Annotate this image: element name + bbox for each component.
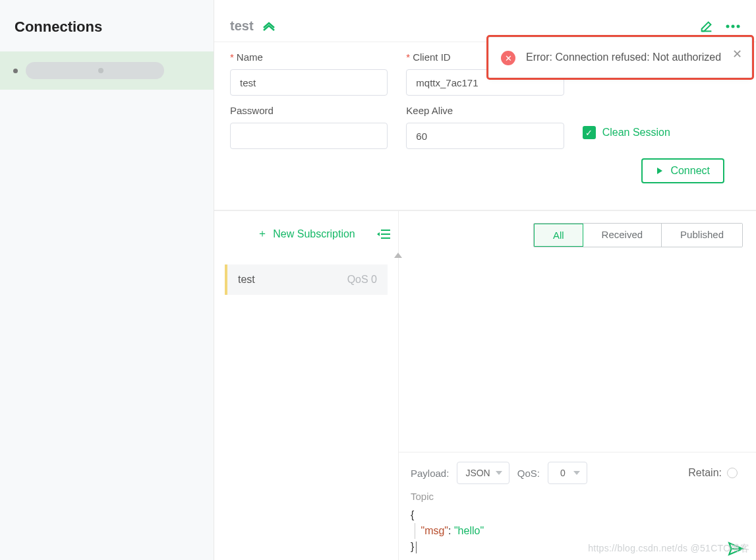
edit-icon[interactable] bbox=[699, 19, 714, 34]
status-dot-icon bbox=[13, 69, 18, 73]
compose-area: Payload: JSON QoS: 0 Retain: Topic { bbox=[399, 452, 756, 560]
message-panel: All Received Published Payload: JSON QoS… bbox=[399, 211, 756, 560]
password-label: Password bbox=[230, 105, 388, 116]
keepalive-label: Keep Alive bbox=[406, 105, 564, 116]
connection-name-redacted bbox=[26, 62, 164, 79]
svg-point-1 bbox=[732, 24, 735, 28]
subscription-qos: QoS 0 bbox=[347, 274, 377, 286]
send-icon[interactable] bbox=[727, 540, 744, 557]
plus-icon: ＋ bbox=[257, 227, 268, 241]
sidebar: Connections bbox=[0, 0, 214, 560]
error-message: Error: Connection refused: Not authorize… bbox=[526, 49, 721, 65]
payload-label: Payload: bbox=[411, 468, 449, 479]
subscription-item[interactable]: test QoS 0 bbox=[225, 264, 388, 295]
retain-label: Retain: bbox=[688, 467, 722, 479]
qos-label: QoS: bbox=[517, 468, 540, 479]
error-icon: ✕ bbox=[501, 51, 515, 65]
message-list bbox=[399, 259, 756, 452]
tab-published[interactable]: Published bbox=[662, 224, 742, 247]
svg-point-2 bbox=[737, 24, 740, 28]
message-filter-tabs: All Received Published bbox=[533, 223, 743, 247]
more-icon[interactable] bbox=[726, 24, 740, 28]
connection-list-item[interactable] bbox=[0, 51, 214, 90]
error-toast: ✕ Error: Connection refused: Not authori… bbox=[488, 37, 752, 78]
collapse-icon[interactable] bbox=[377, 229, 390, 239]
tab-all[interactable]: All bbox=[533, 223, 584, 247]
keepalive-input[interactable] bbox=[406, 123, 564, 149]
main-panel: test *Name *Client ID bbox=[214, 0, 756, 560]
qos-select[interactable]: 0 bbox=[548, 462, 587, 484]
clean-session-checkbox[interactable]: ✓ bbox=[583, 126, 596, 139]
main-header: test bbox=[214, 0, 756, 42]
clean-session-label: Clean Session bbox=[602, 127, 670, 139]
topic-input-label[interactable]: Topic bbox=[411, 491, 744, 502]
subscription-topic: test bbox=[238, 274, 255, 286]
tab-received[interactable]: Received bbox=[583, 224, 662, 247]
chevron-up-icon[interactable] bbox=[263, 22, 275, 31]
name-label: *Name bbox=[230, 51, 388, 63]
subscription-panel: ＋ New Subscription test QoS 0 bbox=[214, 211, 399, 560]
password-input[interactable] bbox=[230, 123, 388, 149]
connections-title: Connections bbox=[0, 0, 214, 51]
new-subscription-button[interactable]: ＋ New Subscription bbox=[257, 227, 355, 241]
scroll-up-icon[interactable] bbox=[394, 253, 402, 258]
payload-editor[interactable]: { "msg": "hello" } bbox=[411, 507, 744, 555]
connect-button[interactable]: Connect bbox=[641, 158, 724, 183]
payload-format-select[interactable]: JSON bbox=[457, 462, 509, 484]
svg-point-0 bbox=[726, 24, 730, 28]
retain-radio[interactable] bbox=[727, 468, 738, 478]
connection-tab-title[interactable]: test bbox=[230, 18, 254, 34]
name-input[interactable] bbox=[230, 69, 388, 96]
close-icon[interactable]: ✕ bbox=[732, 47, 742, 61]
play-icon bbox=[656, 167, 664, 175]
